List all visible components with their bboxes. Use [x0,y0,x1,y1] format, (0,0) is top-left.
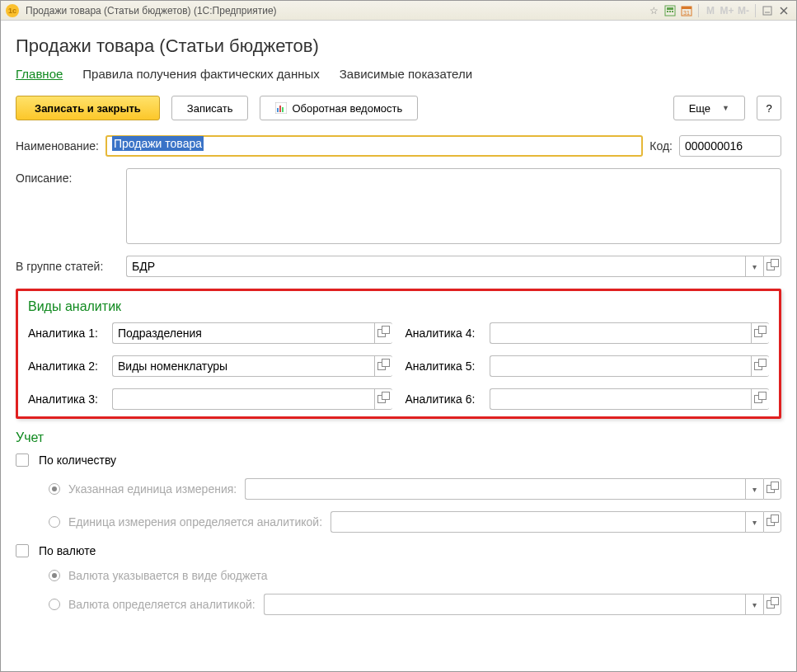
svg-rect-8 [763,7,771,15]
accounting-section-title: Учет [16,430,781,445]
open-icon [377,329,390,337]
open-icon [377,362,390,370]
unit-specified-input[interactable] [245,478,745,500]
open-icon [767,600,779,609]
open-icon [754,329,767,337]
svg-text:31: 31 [683,10,690,16]
unit-analytic-input[interactable] [331,511,745,533]
open-icon [767,485,779,493]
analytic5-label: Аналитика 5: [406,359,485,373]
page-title: Продажи товара (Статьи бюджетов) [16,35,781,57]
tab-bar: Главное Правила получения фактических да… [16,67,781,81]
unit-specified-dropdown[interactable]: ▾ [745,478,763,500]
code-label: Код: [649,139,673,153]
unit-analytic-dropdown[interactable]: ▾ [745,511,763,533]
by-currency-label: По валюте [39,544,96,557]
svg-rect-14 [279,106,281,112]
tab-main[interactable]: Главное [16,67,63,81]
toolbar: Записать и закрыть Записать Оборотная ве… [16,96,781,120]
analytic6-input[interactable] [490,388,752,410]
by-currency-checkbox[interactable] [16,544,29,557]
chart-icon [275,102,287,114]
code-input[interactable] [679,135,781,157]
close-button[interactable] [776,3,791,18]
analytic2-label: Аналитика 2: [28,359,107,373]
calendar-icon[interactable]: 31 [679,3,694,18]
memory-mplus-button[interactable]: M+ [720,3,734,18]
open-icon [767,518,779,526]
analytic4-input[interactable] [490,322,752,344]
analytics-section-title: Виды аналитик [28,299,769,314]
unit-analytic-radio[interactable] [49,516,60,528]
open-icon [767,262,779,270]
name-input[interactable]: Продажи товара [105,135,643,157]
currency-analytic-input[interactable] [264,594,745,615]
more-button[interactable]: Еще [673,96,745,120]
tab-dependent[interactable]: Зависимые показатели [340,67,472,81]
save-button[interactable]: Записать [171,96,249,120]
analytic2-open-button[interactable] [374,355,392,377]
analytic5-input[interactable] [490,355,752,377]
description-label: Описание: [16,172,120,185]
currency-budget-label: Валюта указывается в виде бюджета [68,569,268,582]
svg-rect-1 [667,7,673,10]
group-dropdown-button[interactable]: ▾ [745,256,763,277]
analytics-highlight: Виды аналитик Аналитика 1: Аналитика 2: … [16,289,781,419]
svg-rect-15 [282,107,284,112]
analytic4-open-button[interactable] [751,322,769,344]
turnover-report-label: Оборотная ведомость [292,102,402,115]
window-title: Продажи товара (Статьи бюджетов) (1С:Пре… [26,5,277,16]
svg-rect-3 [669,11,671,12]
analytic6-open-button[interactable] [751,388,769,410]
open-icon [754,362,767,370]
analytic4-label: Аналитика 4: [406,327,485,340]
analytic1-open-button[interactable] [374,322,392,344]
app-logo-icon: 1c [6,4,19,17]
unit-analytic-label: Единица измерения определяется аналитико… [68,515,322,529]
description-input[interactable] [126,168,781,244]
analytic5-open-button[interactable] [751,355,769,377]
minimize-button[interactable] [760,3,775,18]
analytic3-open-button[interactable] [374,388,392,410]
titlebar: 1c Продажи товара (Статьи бюджетов) (1С:… [1,1,796,21]
help-button[interactable]: ? [757,96,781,120]
svg-rect-13 [277,108,279,112]
memory-mminus-button[interactable]: M- [736,3,751,18]
unit-specified-open[interactable] [763,478,781,500]
svg-rect-2 [667,11,668,12]
group-input[interactable] [126,256,745,277]
group-label: В группе статей: [16,260,120,273]
tab-rules[interactable]: Правила получения фактических данных [82,67,319,81]
name-value: Продажи товара [112,136,204,151]
open-icon [754,395,767,403]
analytic6-label: Аналитика 6: [406,392,485,406]
analytic1-input[interactable] [112,322,374,344]
analytic2-input[interactable] [112,355,374,377]
currency-analytic-open[interactable] [763,594,781,615]
svg-rect-4 [672,11,673,12]
analytic1-label: Аналитика 1: [28,327,107,340]
turnover-report-button[interactable]: Оборотная ведомость [260,96,418,120]
analytic3-input[interactable] [112,388,374,410]
currency-analytic-label: Валюта определяется аналитикой: [68,598,256,611]
unit-analytic-open[interactable] [763,511,781,533]
save-close-button[interactable]: Записать и закрыть [16,96,160,120]
unit-specified-label: Указанная единица измерения: [68,482,237,496]
currency-analytic-radio[interactable] [49,599,60,610]
by-quantity-label: По количеству [39,453,116,467]
group-open-button[interactable] [763,256,781,277]
analytic3-label: Аналитика 3: [28,392,107,406]
favorite-icon[interactable]: ☆ [646,3,661,18]
currency-budget-radio[interactable] [49,570,60,581]
memory-m-button[interactable]: M [703,3,718,18]
currency-analytic-dropdown[interactable]: ▾ [745,594,763,615]
name-label: Наименование: [16,139,99,153]
calculator-icon[interactable] [663,3,677,18]
svg-rect-6 [682,7,692,9]
by-quantity-checkbox[interactable] [16,453,29,467]
unit-specified-radio[interactable] [49,483,60,495]
open-icon [377,395,390,403]
